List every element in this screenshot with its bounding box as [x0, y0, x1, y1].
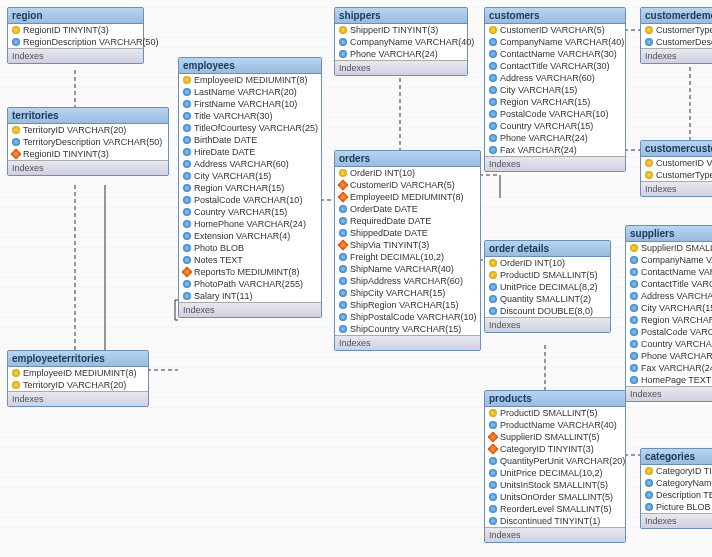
column[interactable]: CustomerDesc TEXT [641, 36, 712, 48]
column[interactable]: RegionDescription VARCHAR(50) [8, 36, 143, 48]
column[interactable]: ShipPostalCode VARCHAR(10) [335, 311, 480, 323]
column[interactable]: CustomerTypeID VARCHAR(10) [641, 169, 712, 181]
column[interactable]: Extension VARCHAR(4) [179, 230, 321, 242]
table-header[interactable]: order details [485, 241, 610, 257]
column[interactable]: City VARCHAR(15) [626, 302, 712, 314]
indexes-section[interactable]: Indexes [335, 60, 467, 75]
column[interactable]: CategoryID TINYINT(3) [641, 465, 712, 477]
table-suppliers[interactable]: suppliersSupplierID SMALLINT(5)CompanyNa… [625, 225, 712, 402]
indexes-section[interactable]: Indexes [485, 156, 625, 171]
column[interactable]: RequiredDate DATE [335, 215, 480, 227]
column[interactable]: ReorderLevel SMALLINT(5) [485, 503, 625, 515]
column[interactable]: City VARCHAR(15) [485, 84, 625, 96]
column[interactable]: CompanyName VARCHAR(40) [485, 36, 625, 48]
table-header[interactable]: employeeterritories [8, 351, 148, 367]
column[interactable]: CompanyName VARCHAR(40) [626, 254, 712, 266]
column[interactable]: Salary INT(11) [179, 290, 321, 302]
column[interactable]: Region VARCHAR(15) [179, 182, 321, 194]
column[interactable]: UnitPrice DECIMAL(10,2) [485, 467, 625, 479]
column[interactable]: CategoryID TINYINT(3) [485, 443, 625, 455]
table-shippers[interactable]: shippersShipperID TINYINT(3)CompanyName … [334, 7, 468, 76]
column[interactable]: ShipVia TINYINT(3) [335, 239, 480, 251]
indexes-section[interactable]: Indexes [641, 48, 712, 63]
column[interactable]: Country VARCHAR(15) [179, 206, 321, 218]
indexes-section[interactable]: Indexes [641, 181, 712, 196]
indexes-section[interactable]: Indexes [626, 386, 712, 401]
column[interactable]: OrderDate DATE [335, 203, 480, 215]
column[interactable]: CustomerID VARCHAR(5) [335, 179, 480, 191]
column[interactable]: Photo BLOB [179, 242, 321, 254]
table-header[interactable]: region [8, 8, 143, 24]
column[interactable]: QuantityPerUnit VARCHAR(20) [485, 455, 625, 467]
column[interactable]: UnitsOnOrder SMALLINT(5) [485, 491, 625, 503]
indexes-section[interactable]: Indexes [8, 160, 168, 175]
column[interactable]: Country VARCHAR(15) [485, 120, 625, 132]
table-territories[interactable]: territoriesTerritoryID VARCHAR(20)Territ… [7, 107, 169, 176]
column[interactable]: TitleOfCourtesy VARCHAR(25) [179, 122, 321, 134]
table-header[interactable]: customerdemographics [641, 8, 712, 24]
table-region[interactable]: regionRegionID TINYINT(3)RegionDescripti… [7, 7, 144, 64]
column[interactable]: Discount DOUBLE(8,0) [485, 305, 610, 317]
column[interactable]: Phone VARCHAR(24) [626, 350, 712, 362]
table-header[interactable]: orders [335, 151, 480, 167]
table-employees[interactable]: employeesEmployeeID MEDIUMINT(8)LastName… [178, 57, 322, 318]
column[interactable]: HomePage TEXT [626, 374, 712, 386]
column[interactable]: CustomerID VARCHAR(5) [485, 24, 625, 36]
column[interactable]: PostalCode VARCHAR(10) [179, 194, 321, 206]
column[interactable]: EmployeeID MEDIUMINT(8) [8, 367, 148, 379]
indexes-section[interactable]: Indexes [8, 48, 143, 63]
column[interactable]: CustomerTypeID VARCHAR(10) [641, 24, 712, 36]
column[interactable]: PhotoPath VARCHAR(255) [179, 278, 321, 290]
column[interactable]: ShipName VARCHAR(40) [335, 263, 480, 275]
column[interactable]: ProductName VARCHAR(40) [485, 419, 625, 431]
column[interactable]: Description TEXT [641, 489, 712, 501]
column[interactable]: Freight DECIMAL(10,2) [335, 251, 480, 263]
column[interactable]: ShipCountry VARCHAR(15) [335, 323, 480, 335]
table-header[interactable]: customers [485, 8, 625, 24]
column[interactable]: SupplierID SMALLINT(5) [626, 242, 712, 254]
table-orderdetails[interactable]: order detailsOrderID INT(10)ProductID SM… [484, 240, 611, 333]
column[interactable]: EmployeeID MEDIUMINT(8) [179, 74, 321, 86]
table-orders[interactable]: ordersOrderID INT(10)CustomerID VARCHAR(… [334, 150, 481, 351]
column[interactable]: CompanyName VARCHAR(40) [335, 36, 467, 48]
table-customerdemographics[interactable]: customerdemographicsCustomerTypeID VARCH… [640, 7, 712, 64]
table-header[interactable]: shippers [335, 8, 467, 24]
table-customercustomerdemo[interactable]: customercustomerdemoCustomerID VARCHAR(5… [640, 140, 712, 197]
table-header[interactable]: suppliers [626, 226, 712, 242]
column[interactable]: ShipCity VARCHAR(15) [335, 287, 480, 299]
column[interactable]: LastName VARCHAR(20) [179, 86, 321, 98]
column[interactable]: ContactTitle VARCHAR(30) [485, 60, 625, 72]
table-header[interactable]: employees [179, 58, 321, 74]
column[interactable]: RegionID TINYINT(3) [8, 148, 168, 160]
indexes-section[interactable]: Indexes [179, 302, 321, 317]
column[interactable]: Address VARCHAR(60) [485, 72, 625, 84]
column[interactable]: ShipAddress VARCHAR(60) [335, 275, 480, 287]
column[interactable]: Phone VARCHAR(24) [485, 132, 625, 144]
column[interactable]: SupplierID SMALLINT(5) [485, 431, 625, 443]
column[interactable]: ContactTitle VARCHAR(30) [626, 278, 712, 290]
column[interactable]: Picture BLOB [641, 501, 712, 513]
column[interactable]: HomePhone VARCHAR(24) [179, 218, 321, 230]
column[interactable]: TerritoryID VARCHAR(20) [8, 379, 148, 391]
column[interactable]: CategoryName VARCHAR(30) [641, 477, 712, 489]
table-header[interactable]: customercustomerdemo [641, 141, 712, 157]
column[interactable]: RegionID TINYINT(3) [8, 24, 143, 36]
column[interactable]: UnitsInStock SMALLINT(5) [485, 479, 625, 491]
table-categories[interactable]: categoriesCategoryID TINYINT(3)CategoryN… [640, 448, 712, 529]
column[interactable]: UnitPrice DECIMAL(8,2) [485, 281, 610, 293]
column[interactable]: ContactName VARCHAR(30) [485, 48, 625, 60]
indexes-section[interactable]: Indexes [335, 335, 480, 350]
column[interactable]: Country VARCHAR(15) [626, 338, 712, 350]
column[interactable]: Region VARCHAR(15) [485, 96, 625, 108]
column[interactable]: Address VARCHAR(60) [179, 158, 321, 170]
indexes-section[interactable]: Indexes [8, 391, 148, 406]
column[interactable]: Fax VARCHAR(24) [626, 362, 712, 374]
column[interactable]: ShipRegion VARCHAR(15) [335, 299, 480, 311]
column[interactable]: Quantity SMALLINT(2) [485, 293, 610, 305]
column[interactable]: Title VARCHAR(30) [179, 110, 321, 122]
column[interactable]: PostalCode VARCHAR(10) [626, 326, 712, 338]
column[interactable]: HireDate DATE [179, 146, 321, 158]
column[interactable]: ReportsTo MEDIUMINT(8) [179, 266, 321, 278]
column[interactable]: BirthDate DATE [179, 134, 321, 146]
column[interactable]: PostalCode VARCHAR(10) [485, 108, 625, 120]
